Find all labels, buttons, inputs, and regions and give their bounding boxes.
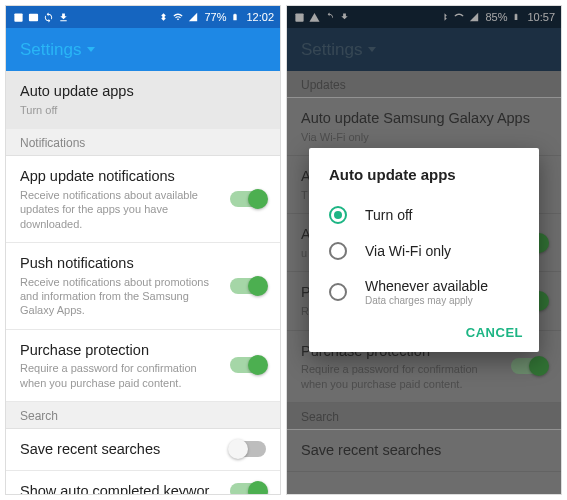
purchase-protection-item[interactable]: Purchase protection Require a password f… — [6, 330, 280, 402]
radio-button[interactable] — [329, 206, 347, 224]
app-update-notifications-item[interactable]: App update notifications Receive notific… — [6, 156, 280, 243]
message-icon — [27, 11, 39, 23]
app-header[interactable]: Settings — [6, 28, 280, 71]
item-subtitle: Receive notifications about promotions a… — [20, 275, 220, 318]
save-recent-searches-item[interactable]: Save recent searches — [6, 429, 280, 471]
section-notifications: Notifications — [6, 129, 280, 156]
show-auto-completed-item[interactable]: Show auto completed keywor.. — [6, 471, 280, 495]
svg-rect-0 — [14, 13, 22, 21]
radio-option-wifi-only[interactable]: Via Wi-Fi only — [309, 233, 539, 269]
toggle-switch[interactable] — [230, 191, 266, 207]
header-title: Settings — [20, 40, 81, 60]
radio-label: Via Wi-Fi only — [365, 243, 451, 259]
radio-label: Whenever available — [365, 278, 488, 294]
signal-icon — [187, 11, 199, 23]
chevron-down-icon — [87, 47, 95, 52]
sync-icon — [42, 11, 54, 23]
section-search: Search — [6, 402, 280, 429]
auto-update-dialog: Auto update apps Turn off Via Wi-Fi only… — [309, 148, 539, 352]
cancel-button[interactable]: CANCEL — [466, 325, 523, 340]
radio-sublabel: Data charges may apply — [365, 295, 488, 306]
auto-update-apps-item[interactable]: Auto update apps Turn off — [6, 71, 280, 129]
radio-label: Turn off — [365, 207, 412, 223]
toggle-switch[interactable] — [230, 483, 266, 495]
item-title: App update notifications — [20, 167, 220, 186]
radio-option-whenever[interactable]: Whenever available Data charges may appl… — [309, 269, 539, 315]
item-subtitle: Receive notifications about available up… — [20, 188, 220, 231]
wifi-icon — [172, 11, 184, 23]
radio-button[interactable] — [329, 283, 347, 301]
status-bar: 77% 12:02 — [6, 6, 280, 28]
toggle-switch[interactable] — [230, 278, 266, 294]
item-title: Show auto completed keywor.. — [20, 482, 220, 495]
item-title: Save recent searches — [20, 440, 220, 459]
bluetooth-icon — [157, 11, 169, 23]
clock: 12:02 — [246, 11, 274, 23]
radio-option-turn-off[interactable]: Turn off — [309, 197, 539, 233]
dialog-title: Auto update apps — [309, 166, 539, 197]
notification-icon — [12, 11, 24, 23]
item-title: Purchase protection — [20, 341, 220, 360]
download-icon — [57, 11, 69, 23]
battery-icon — [229, 11, 241, 23]
battery-percent: 77% — [204, 11, 226, 23]
right-phone: 85% 10:57 Settings Updates Auto update S… — [286, 5, 562, 495]
item-subtitle: Require a password for confirmation when… — [20, 361, 220, 390]
item-subtitle: Turn off — [20, 103, 256, 117]
toggle-switch[interactable] — [230, 357, 266, 373]
push-notifications-item[interactable]: Push notifications Receive notifications… — [6, 243, 280, 330]
item-title: Push notifications — [20, 254, 220, 273]
modal-overlay[interactable]: Auto update apps Turn off Via Wi-Fi only… — [287, 6, 561, 494]
radio-button[interactable] — [329, 242, 347, 260]
toggle-switch[interactable] — [230, 441, 266, 457]
item-title: Auto update apps — [20, 82, 256, 101]
left-phone: 77% 12:02 Settings Auto update apps Turn… — [5, 5, 281, 495]
